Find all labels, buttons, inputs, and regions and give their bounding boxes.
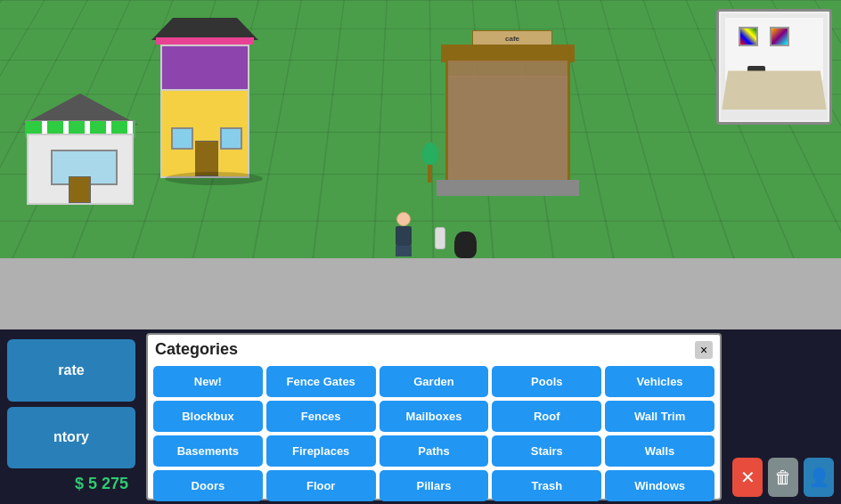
trash-button[interactable]: 🗑 xyxy=(768,458,798,497)
categories-grid: New! Fence Gates Garden Pools Vehicles B… xyxy=(151,364,716,503)
cat-btn-basements[interactable]: Basements xyxy=(153,435,263,467)
building-shop xyxy=(18,98,143,205)
x-icon: ✕ xyxy=(740,467,755,488)
shop-base xyxy=(27,134,134,205)
cafe-tree xyxy=(423,142,437,183)
bottom-actions: ✕ 🗑 👤 xyxy=(725,329,841,504)
cat-btn-windows[interactable]: Windows xyxy=(605,470,714,501)
inventory-button[interactable]: ntory xyxy=(7,407,135,469)
cat-btn-fence-gates[interactable]: Fence Gates xyxy=(266,366,376,397)
person-button[interactable]: 👤 xyxy=(804,458,834,497)
cat-btn-blockbux[interactable]: Blockbux xyxy=(153,401,263,432)
cat-btn-mailboxes[interactable]: Mailboxes xyxy=(380,401,489,432)
cat-btn-roof[interactable]: Roof xyxy=(492,401,601,432)
left-sidebar: rate ntory $ 5 275 xyxy=(0,329,143,504)
cat-btn-wall-trim[interactable]: Wall Trim xyxy=(605,401,714,432)
cat-btn-doors[interactable]: Doors xyxy=(153,470,263,501)
categories-close-button[interactable]: × xyxy=(695,341,713,359)
building-cafe: cafe xyxy=(445,18,588,196)
preview-picture-1 xyxy=(739,27,758,46)
game-object-mailbox xyxy=(435,227,445,249)
building-house xyxy=(160,27,276,178)
preview-picture-2 xyxy=(770,27,789,46)
action-buttons-row: ✕ 🗑 👤 xyxy=(732,458,834,497)
categories-title: Categories xyxy=(155,340,238,359)
house-base xyxy=(160,89,249,178)
cat-btn-fireplaces[interactable]: Fireplaces xyxy=(266,435,376,467)
preview-floor xyxy=(722,71,826,110)
char-head xyxy=(396,212,411,226)
char-body xyxy=(396,226,412,246)
room-preview-window xyxy=(716,9,832,125)
money-display: $ 5 275 xyxy=(7,471,135,497)
house-shadow xyxy=(165,172,263,185)
categories-header: Categories × xyxy=(151,338,716,364)
rate-button[interactable]: rate xyxy=(7,339,135,402)
cat-btn-stairs[interactable]: Stairs xyxy=(492,435,601,467)
game-object-trash xyxy=(454,232,477,258)
cat-btn-walls[interactable]: Walls xyxy=(605,435,714,467)
cafe-tree-trunk xyxy=(428,165,432,183)
player-character xyxy=(392,212,414,256)
house-second-floor xyxy=(160,45,249,93)
cafe-base xyxy=(445,58,570,183)
cafe-platform xyxy=(437,180,579,196)
cat-btn-new[interactable]: New! xyxy=(153,366,263,397)
cat-btn-pools[interactable]: Pools xyxy=(492,366,601,397)
trash-icon: 🗑 xyxy=(774,467,792,488)
house-balcony xyxy=(156,37,254,45)
house-window-1 xyxy=(171,127,193,150)
cat-btn-vehicles[interactable]: Vehicles xyxy=(605,366,714,397)
categories-panel: Categories × New! Fence Gates Garden Poo… xyxy=(146,333,722,500)
cat-btn-pillars[interactable]: Pillars xyxy=(380,470,489,501)
cat-btn-floor[interactable]: Floor xyxy=(266,470,376,501)
cat-btn-paths[interactable]: Paths xyxy=(380,435,489,467)
person-icon: 👤 xyxy=(808,467,830,488)
bottom-panel: rate ntory $ 5 275 Categories × New! Fen… xyxy=(0,329,841,504)
game-viewport: cafe xyxy=(0,0,841,329)
shop-door xyxy=(69,176,91,203)
preview-interior xyxy=(721,13,828,120)
house-door xyxy=(195,141,218,176)
char-legs xyxy=(396,246,412,256)
ground-strip xyxy=(0,258,841,329)
cafe-tree-top xyxy=(422,142,438,165)
house-window-2 xyxy=(220,127,242,150)
cat-btn-trash[interactable]: Trash xyxy=(492,470,601,501)
cat-btn-fences[interactable]: Fences xyxy=(266,401,376,432)
delete-button[interactable]: ✕ xyxy=(732,458,763,497)
cat-btn-garden[interactable]: Garden xyxy=(380,366,489,397)
